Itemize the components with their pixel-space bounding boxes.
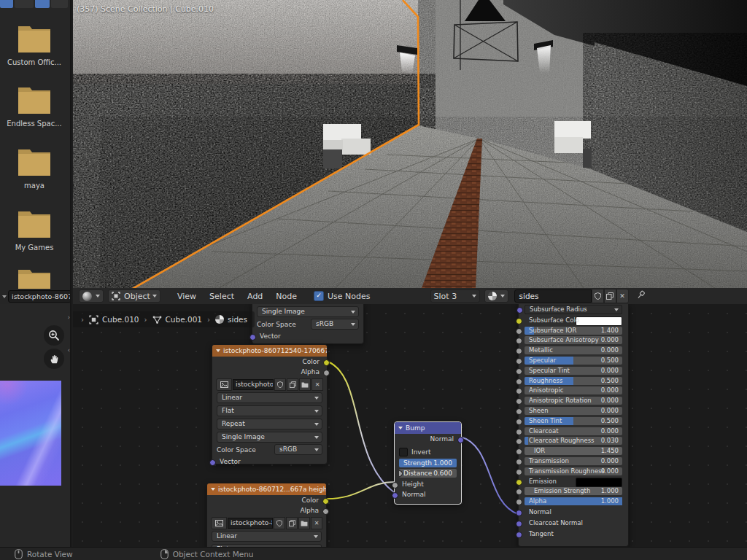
extension-select[interactable]: Single Image <box>257 306 359 317</box>
yellow-socket[interactable] <box>516 479 522 486</box>
bsdf-row-subsurface-ior[interactable]: Subsurface IOR1.400 <box>525 327 622 335</box>
vector-socket[interactable] <box>516 532 522 538</box>
folder-item[interactable]: Endless Spac... <box>0 83 69 128</box>
gray-socket[interactable] <box>516 388 522 394</box>
node-bump[interactable]: Bump Normal Invert Strength 1.000 Distan… <box>394 421 462 505</box>
bsdf-row-sheen-tint[interactable]: Sheen Tint0.500 <box>525 417 622 425</box>
gray-socket[interactable] <box>516 489 522 495</box>
menu-view[interactable]: View <box>171 292 203 301</box>
open-image-button[interactable] <box>299 378 311 391</box>
vector-socket[interactable] <box>516 307 523 314</box>
bsdf-row-roughness[interactable]: Roughness0.500 <box>525 377 622 385</box>
node-header[interactable]: istockphoto-860712540-170667a normal.. <box>212 345 327 357</box>
breadcrumb-mesh[interactable]: Cube.001 <box>166 315 203 324</box>
alpha-socket[interactable] <box>322 508 329 515</box>
collapse-icon[interactable] <box>398 427 403 429</box>
distance-socket[interactable] <box>399 470 403 477</box>
bsdf-row-sheen[interactable]: Sheen0.000 <box>525 407 622 415</box>
bsdf-row-ior[interactable]: IOR1.450 <box>525 447 622 455</box>
folder-item[interactable]: maya <box>0 145 69 190</box>
bsdf-row-clearcoat-roughness[interactable]: Clearcoat Roughness0.030 <box>525 437 622 445</box>
fake-user-button[interactable] <box>274 517 285 529</box>
bsdf-row-clearcoat[interactable]: Clearcoat0.000 <box>525 427 622 435</box>
selected-file-partial[interactable] <box>0 0 13 8</box>
bsdf-row-anisotropic[interactable]: Anisotropic0.000 <box>525 386 622 394</box>
color-socket[interactable] <box>323 359 330 366</box>
fake-user-button[interactable] <box>274 378 286 391</box>
gray-socket[interactable] <box>516 328 522 335</box>
gray-socket[interactable] <box>516 469 522 475</box>
gray-socket[interactable] <box>516 419 522 425</box>
normal-map-thumbnail[interactable] <box>0 381 61 486</box>
bsdf-row-subsurface-colo[interactable]: Subsurface Colo <box>525 316 622 324</box>
image-browse-button[interactable] <box>211 517 227 529</box>
yellow-socket[interactable] <box>516 318 522 324</box>
gray-socket[interactable] <box>516 459 522 465</box>
vector-socket[interactable] <box>249 334 256 341</box>
gray-socket[interactable] <box>516 448 522 455</box>
menu-add[interactable]: Add <box>241 292 269 301</box>
bsdf-row-anisotropic-rotation[interactable]: Anisotropic Rotation0.000 <box>525 397 622 405</box>
gray-socket[interactable] <box>516 438 522 445</box>
projection-select[interactable]: Flat <box>217 405 322 416</box>
bsdf-row-alpha[interactable]: Alpha1.000 <box>525 497 622 505</box>
slot-select[interactable]: Slot 3 <box>430 289 480 303</box>
material-name-field[interactable]: sides <box>514 289 592 303</box>
gray-socket[interactable] <box>516 499 522 505</box>
strength-slider[interactable]: Strength 1.000 <box>399 459 457 467</box>
mode-select[interactable]: Object <box>108 289 160 303</box>
alpha-socket[interactable] <box>323 370 330 376</box>
bsdf-row-emission[interactable]: Emission <box>525 478 622 486</box>
gray-socket[interactable] <box>516 348 522 354</box>
gray-socket[interactable] <box>516 368 522 375</box>
node-principled-bsdf[interactable]: Subsurface RadiusSubsurface ColoSubsurfa… <box>518 304 629 547</box>
new-material-button[interactable] <box>604 289 616 303</box>
vector-socket[interactable] <box>516 510 522 516</box>
folder-item[interactable]: Custom Offic... <box>0 22 69 66</box>
image-browse-button[interactable] <box>216 378 232 391</box>
editor-type-button[interactable] <box>79 289 104 303</box>
invert-checkbox[interactable] <box>399 448 408 456</box>
extension-select[interactable]: Repeat <box>217 419 322 429</box>
gray-socket[interactable] <box>516 398 522 405</box>
bsdf-row-subsurface-anisotropy[interactable]: Subsurface Anisotropy0.000 <box>525 336 622 344</box>
zoom-tool-button[interactable] <box>44 325 64 346</box>
open-image-button[interactable] <box>298 517 310 529</box>
normal-socket[interactable] <box>457 437 464 443</box>
fake-user-button[interactable] <box>592 289 604 303</box>
bsdf-row-metallic[interactable]: Metallic0.000 <box>525 346 622 354</box>
color-socket[interactable] <box>322 498 329 505</box>
image-name-field[interactable]: istockphoto-8607... <box>228 518 273 529</box>
bsdf-row-transmission[interactable]: Transmission0.000 <box>525 457 622 465</box>
new-image-button[interactable] <box>287 378 298 391</box>
new-image-button[interactable] <box>286 517 298 529</box>
menu-select[interactable]: Select <box>203 292 241 301</box>
bsdf-row-specular[interactable]: Specular0.500 <box>525 357 622 365</box>
folder-item-partial[interactable] <box>0 268 69 289</box>
color-swatch[interactable] <box>576 316 622 326</box>
interpolation-select[interactable]: Linear <box>212 531 322 542</box>
chevron-down-icon[interactable] <box>2 295 7 298</box>
unlink-image-button[interactable]: ✕ <box>311 517 322 529</box>
projection-select[interactable]: Flat <box>212 544 322 547</box>
vector-socket[interactable] <box>516 521 522 527</box>
bsdf-row-transmission-roughness[interactable]: Transmission Roughness0.000 <box>525 467 622 475</box>
breadcrumb-object[interactable]: Cube.010 <box>102 315 139 324</box>
node-image-texture-normal[interactable]: istockphoto-860712540-170667a normal.. C… <box>212 344 328 464</box>
unlink-material-button[interactable]: ✕ <box>616 289 629 303</box>
breadcrumb-material[interactable]: sides <box>228 315 247 324</box>
bsdf-row-emission-strength[interactable]: Emission Strength1.000 <box>525 487 622 495</box>
gray-socket[interactable] <box>516 338 522 344</box>
gray-socket[interactable] <box>516 378 522 385</box>
bsdf-row-specular-tint[interactable]: Specular Tint0.000 <box>525 367 622 375</box>
color-space-select[interactable]: sRGB <box>274 444 322 455</box>
sidebar-divider[interactable] <box>70 0 71 547</box>
gray-socket[interactable] <box>516 358 522 365</box>
menu-node[interactable]: Node <box>269 292 303 301</box>
bsdf-row-subsurface-radius[interactable]: Subsurface Radius <box>525 305 622 314</box>
collapse-icon[interactable] <box>211 488 215 491</box>
gray-socket[interactable] <box>516 408 522 415</box>
unlink-image-button[interactable]: ✕ <box>311 378 323 391</box>
color-swatch[interactable] <box>576 478 622 487</box>
distance-slider[interactable]: Distance 0.600 <box>399 469 457 478</box>
